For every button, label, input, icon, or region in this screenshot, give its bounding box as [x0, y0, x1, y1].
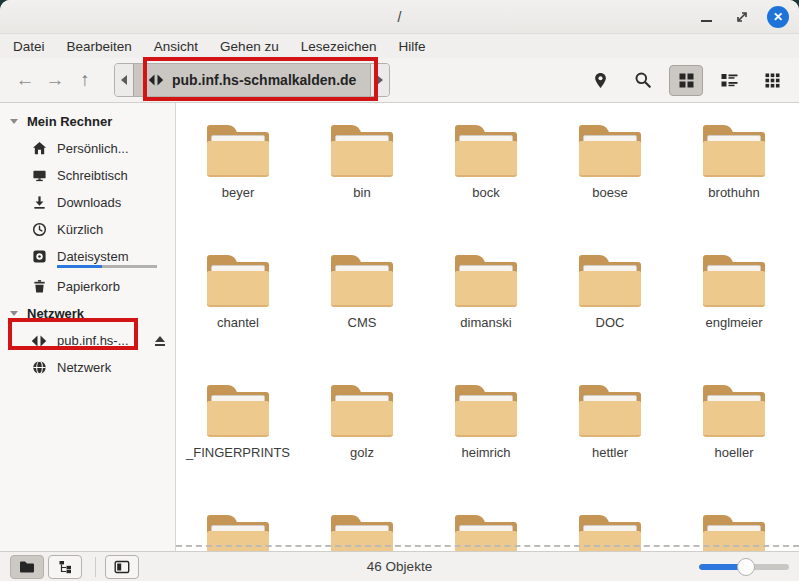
forward-button[interactable]: →: [40, 65, 70, 95]
menubar: Datei Bearbeiten Ansicht Gehen zu Leseze…: [0, 34, 799, 58]
folder-label: englmeier: [705, 315, 762, 330]
up-button[interactable]: ↑: [70, 65, 100, 95]
toggle-sidebar-button[interactable]: [105, 555, 139, 579]
folder-item[interactable]: DOC: [548, 255, 672, 385]
sidebar-item-label: Downloads: [57, 195, 121, 210]
sidebar-item-trash[interactable]: Papierkorb: [0, 273, 175, 300]
tree-pane-button[interactable]: [48, 555, 82, 579]
folder-item[interactable]: [672, 515, 796, 551]
grid-view-icon: [679, 73, 694, 88]
sidebar-item-label: Schreibtisch: [57, 168, 128, 183]
grid-view-button[interactable]: [669, 65, 703, 96]
compact-view-button[interactable]: [755, 65, 789, 96]
menu-item[interactable]: Hilfe: [387, 36, 436, 57]
folder-icon: [207, 125, 269, 177]
folder-item[interactable]: hettler: [548, 385, 672, 515]
sidebar: Mein Rechner Persönlich... Schreibtisch …: [0, 103, 176, 551]
sidebar-section-network[interactable]: Netzwerk: [0, 300, 175, 327]
folder-item[interactable]: [176, 515, 300, 551]
desktop-icon: [31, 168, 47, 184]
folder-item[interactable]: bock: [424, 125, 548, 255]
location-pin-icon: [592, 72, 609, 89]
places-pane-button[interactable]: [10, 555, 44, 579]
chevron-down-icon: [10, 311, 18, 316]
menu-item[interactable]: Ansicht: [143, 36, 209, 57]
folder-item[interactable]: brothuhn: [672, 125, 796, 255]
forward-icon: →: [46, 69, 65, 91]
folder-item[interactable]: heimrich: [424, 385, 548, 515]
sidebar-item-recent[interactable]: Kürzlich: [0, 216, 175, 243]
path-scroll-left-button[interactable]: [115, 64, 133, 96]
sidebar-item-home[interactable]: Persönlich...: [0, 135, 175, 162]
close-icon: ✕: [773, 11, 783, 23]
folder-label: heimrich: [461, 445, 510, 460]
sidebar-item-label: Papierkorb: [57, 279, 120, 294]
minimize-button[interactable]: [695, 6, 717, 28]
folder-icon: [579, 385, 641, 437]
folder-label: golz: [350, 445, 374, 460]
zoom-slider-handle[interactable]: [737, 558, 755, 576]
sidebar-toggle-icon: [114, 560, 130, 574]
list-view-button[interactable]: [712, 65, 746, 96]
close-button[interactable]: ✕: [767, 6, 789, 28]
trash-icon: [31, 279, 47, 295]
sidebar-item-label: Persönlich...: [57, 141, 129, 156]
toolbar-right: [583, 65, 789, 96]
sidebar-item-network[interactable]: Netzwerk: [0, 354, 175, 381]
folder-icon: [703, 255, 765, 307]
sidebar-item-filesystem[interactable]: Dateisystem: [0, 243, 175, 273]
breadcrumb-current[interactable]: pub.inf.hs-schmalkalden.de: [133, 64, 371, 96]
sidebar-item-label: Dateisystem: [57, 249, 129, 264]
folder-icon: [455, 255, 517, 307]
folder-view[interactable]: beyer bin bock boese brothuhn chantel: [176, 103, 799, 551]
sidebar-section-computer[interactable]: Mein Rechner: [0, 108, 175, 135]
menu-item[interactable]: Datei: [2, 36, 56, 57]
path-scroll-right-button[interactable]: [371, 64, 389, 96]
folder-item[interactable]: bin: [300, 125, 424, 255]
folder-item[interactable]: boese: [548, 125, 672, 255]
folder-label: bin: [353, 185, 370, 200]
folder-item[interactable]: beyer: [176, 125, 300, 255]
disk-usage-fill: [57, 265, 102, 268]
zoom-slider[interactable]: [699, 557, 789, 577]
folder-icon: [19, 560, 35, 574]
folder-item[interactable]: [548, 515, 672, 551]
folder-item[interactable]: hoeller: [672, 385, 796, 515]
sidebar-item-desktop[interactable]: Schreibtisch: [0, 162, 175, 189]
folder-label: hoeller: [714, 445, 753, 460]
menu-item[interactable]: Lesezeichen: [290, 36, 388, 57]
path-bar: pub.inf.hs-schmalkalden.de: [114, 63, 390, 97]
home-icon: [31, 141, 47, 157]
folder-icon: [207, 515, 269, 551]
folder-label: brothuhn: [708, 185, 759, 200]
folder-icon: [331, 385, 393, 437]
location-entry-button[interactable]: [583, 65, 617, 96]
search-button[interactable]: [626, 65, 660, 96]
up-icon: ↑: [80, 69, 90, 91]
folder-item[interactable]: dimanski: [424, 255, 548, 385]
maximize-button[interactable]: [731, 6, 753, 28]
sidebar-item-downloads[interactable]: Downloads: [0, 189, 175, 216]
folder-label: dimanski: [460, 315, 511, 330]
titlebar: / ✕: [0, 0, 799, 34]
folder-icon: [331, 515, 393, 551]
menu-item[interactable]: Gehen zu: [209, 36, 290, 57]
folder-item[interactable]: chantel: [176, 255, 300, 385]
folder-icon: [455, 125, 517, 177]
folder-icon: [579, 255, 641, 307]
folder-item[interactable]: _FINGERPRINTS: [176, 385, 300, 515]
folder-item[interactable]: [424, 515, 548, 551]
back-button[interactable]: ←: [10, 65, 40, 95]
folder-item[interactable]: golz: [300, 385, 424, 515]
sidebar-item-network-mount[interactable]: pub.inf.hs-...: [0, 327, 175, 354]
folder-label: CMS: [348, 315, 377, 330]
folder-item[interactable]: CMS: [300, 255, 424, 385]
back-icon: ←: [16, 69, 35, 91]
statusbar: 46 Objekte: [0, 551, 799, 581]
folder-item[interactable]: [300, 515, 424, 551]
minimize-icon: [701, 20, 712, 22]
folder-icon: [579, 125, 641, 177]
eject-button[interactable]: [151, 336, 169, 346]
folder-item[interactable]: englmeier: [672, 255, 796, 385]
menu-item[interactable]: Bearbeiten: [56, 36, 143, 57]
